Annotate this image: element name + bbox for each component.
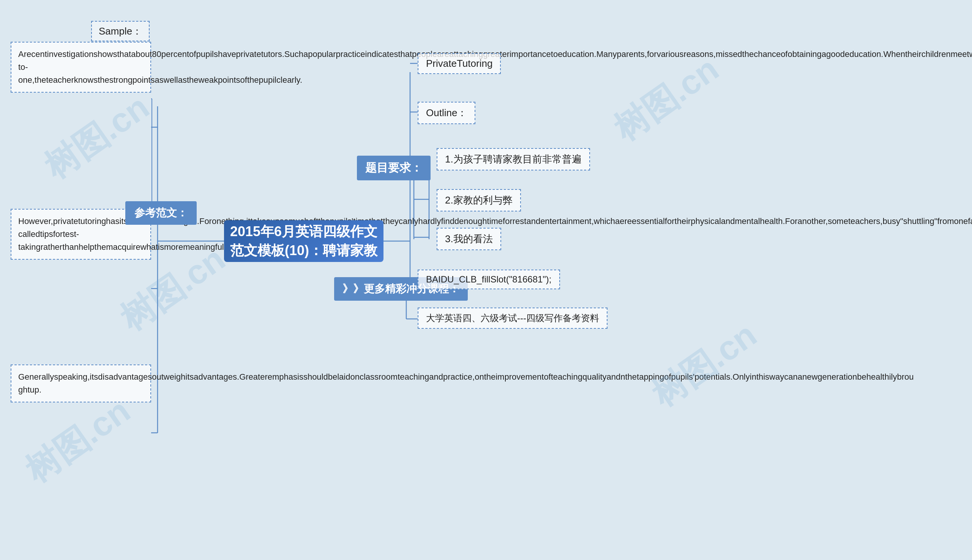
- watermark-3: 树图.cn: [16, 388, 139, 493]
- right-item-3-text: 3.我的看法: [445, 233, 493, 245]
- outline-text: Outline：: [426, 107, 467, 118]
- text-box-paragraph-1: Arecentinvestigationshowsthatabout80perc…: [11, 42, 151, 93]
- tiyao-box: 题目要求：: [357, 156, 430, 180]
- bottom-item-1-text: BAIDU_CLB_fillSlot("816681");: [426, 274, 552, 284]
- bottom-item-1[interactable]: BAIDU_CLB_fillSlot("816681");: [418, 270, 560, 289]
- sample-label: Sample：: [91, 21, 150, 42]
- center-title-node: 2015年6月英语四级作文范文模板(10)：聘请家教: [224, 220, 383, 262]
- private-tutoring-text: PrivateTutoring: [426, 58, 492, 69]
- watermark-1: 树图.cn: [35, 84, 158, 190]
- outline-box: Outline：: [418, 102, 475, 124]
- center-title-text: 2015年6月英语四级作文范文模板(10)：聘请家教: [224, 222, 383, 260]
- watermark-4: 树图.cn: [605, 46, 728, 152]
- text-box-paragraph-3: Generallyspeaking,itsdisadvantagesoutwei…: [11, 365, 151, 402]
- paragraph-3-text: Generallyspeaking,itsdisadvantagesoutwei…: [18, 372, 914, 395]
- sample-text: Sample：: [99, 25, 142, 37]
- bottom-item-2-text: 大学英语四、六级考试---四级写作备考资料: [426, 313, 599, 323]
- right-item-1: 1.为孩子聘请家教目前非常普遍: [437, 148, 590, 170]
- ref-label-box: 参考范文：: [125, 201, 197, 225]
- private-tutoring-box: PrivateTutoring: [418, 53, 501, 74]
- right-item-2: 2.家教的利与弊: [437, 189, 521, 212]
- watermark-5: 树图.cn: [643, 312, 766, 418]
- right-item-3: 3.我的看法: [437, 228, 501, 250]
- bottom-item-2[interactable]: 大学英语四、六级考试---四级写作备考资料: [418, 308, 607, 329]
- right-item-1-text: 1.为孩子聘请家教目前非常普遍: [445, 153, 582, 165]
- ref-label-text: 参考范文：: [134, 207, 188, 219]
- tiyao-text: 题目要求：: [365, 162, 422, 174]
- right-item-2-text: 2.家教的利与弊: [445, 194, 513, 206]
